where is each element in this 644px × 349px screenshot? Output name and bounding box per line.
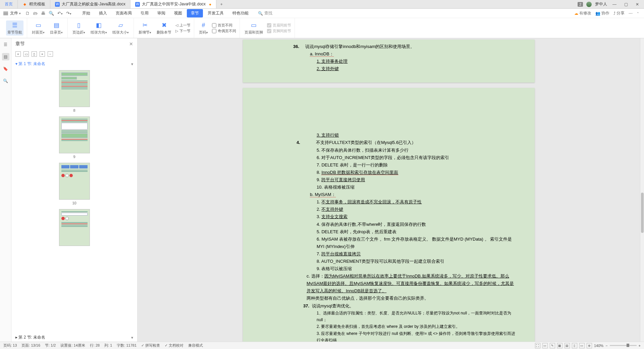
minimize-button[interactable]: — — [610, 1, 619, 7]
status-chars[interactable]: 字数: 11781 — [117, 343, 137, 348]
qat-undo[interactable]: ↶▾ — [57, 11, 63, 16]
ribbon-size[interactable]: ▱纸张大小▾ — [111, 20, 130, 36]
ribbon-tab-insert[interactable]: 插入 — [95, 9, 111, 17]
ribbon-nav[interactable]: ☰章节导航 — [6, 20, 23, 36]
view-b[interactable]: ▭ — [579, 343, 585, 348]
view-fullscreen[interactable]: ⛶ — [535, 343, 540, 348]
ribbon-orient[interactable]: ◧纸张方向▾ — [89, 20, 108, 36]
tool-b[interactable]: ▯ — [32, 51, 37, 57]
zoom-in[interactable]: + — [639, 344, 641, 348]
scroll-thumb[interactable] — [641, 193, 644, 233]
ribbon-tab-review[interactable]: 审阅 — [153, 9, 169, 17]
panel-title: 章节 — [15, 41, 25, 47]
rail-chapters[interactable]: ▤ — [2, 53, 9, 60]
qat-preview[interactable]: 🔍 — [49, 11, 54, 16]
ribbon-firstdiff[interactable]: 首页不同 — [212, 23, 236, 28]
view-print[interactable]: ✎ — [550, 343, 555, 348]
ribbon-margin[interactable]: ▯页边距▾ — [71, 20, 87, 36]
search-button[interactable]: 🔍 查找 — [258, 10, 272, 16]
qat-print[interactable]: 🖶 — [41, 11, 45, 16]
view-c[interactable]: ⊕ — [587, 343, 592, 348]
page-13: 3. 支持行锁 4. 不支持FULLTEXT类型的索引（在Mysql5.6已引入… — [243, 88, 535, 342]
zoom-out[interactable]: − — [605, 344, 607, 348]
ribbon-cover[interactable]: ▭封面页▾ — [31, 20, 46, 36]
share-button[interactable]: ⤴分享 — [613, 10, 625, 16]
status-spell[interactable]: ✓ 拼写检查 — [141, 343, 160, 348]
section-menu[interactable]: ▾ — [131, 62, 133, 66]
document-area[interactable]: 36. 说说mysql存储引擎innodb和myisam的区别和使用场景。 a.… — [138, 38, 640, 342]
cover-icon: ▭ — [34, 21, 42, 29]
close-button[interactable]: ✕ — [633, 1, 641, 7]
ribbon-header-sameprev: 页眉同前节 — [267, 23, 291, 28]
changes-button[interactable]: ☁有修改 — [574, 10, 591, 16]
tool-d[interactable]: − — [48, 51, 53, 57]
section-menu[interactable]: ▾ — [131, 335, 133, 340]
ribbon-newsec[interactable]: ✂新增节▾ — [137, 20, 153, 36]
rail-zoom[interactable]: 🔍 — [2, 77, 9, 85]
tab-doc2[interactable]: W 大厂真题之中国平安-Java中级.docx ● — [130, 0, 216, 8]
panel-close[interactable]: ✕ — [129, 41, 133, 47]
nav-icon: ☰ — [11, 21, 19, 29]
status-pageno[interactable]: 页码: 13 — [3, 343, 17, 348]
scrollbar[interactable] — [640, 38, 644, 342]
notif-badge[interactable]: 2 — [578, 2, 583, 7]
ribbon-tab-layout[interactable]: 页面布局 — [112, 9, 136, 17]
zoom-value[interactable]: 140% — [594, 344, 603, 348]
hamburger-icon[interactable] — [3, 12, 8, 15]
zoom-handle[interactable] — [627, 344, 629, 347]
file-menu[interactable]: 文件 ▾ — [10, 10, 21, 16]
view-outline[interactable]: ▤ — [565, 343, 570, 348]
tool-newsec[interactable]: + — [15, 51, 21, 57]
thumb-8[interactable]: 8 — [11, 70, 137, 112]
status-page[interactable]: 页面: 13/16 — [21, 343, 40, 348]
tab-doc1[interactable]: W 大厂真题之蚂蚁金服-Java高级.docx — [50, 0, 130, 8]
thumb-10[interactable]: 10 — [11, 163, 137, 205]
ribbon-delsec[interactable]: ✖删除本节 — [155, 20, 173, 36]
qat-redo[interactable]: ↷▾ — [66, 11, 71, 16]
ribbon-toc[interactable]: ▤目录页▾ — [49, 20, 64, 36]
view-web[interactable]: ▦ — [557, 343, 562, 348]
ribbon-tab-special[interactable]: 特色功能 — [228, 9, 253, 17]
ribbon-tab-section[interactable]: 章节 — [187, 9, 203, 17]
status-sec: 节: 1/2 — [45, 343, 56, 348]
word-icon: W — [135, 2, 140, 7]
zoom-slider[interactable] — [610, 345, 637, 346]
ribbon-tab-view[interactable]: 视图 — [170, 9, 186, 17]
collapse-ribbon-icon[interactable]: ⌃ — [637, 12, 639, 15]
maximize-button[interactable]: ▢ — [622, 1, 630, 7]
ribbon-hf[interactable]: ▭页眉和页脚 — [243, 20, 264, 36]
thumb-11[interactable] — [11, 209, 137, 246]
qat-save[interactable]: 🗋 — [25, 11, 30, 16]
rail-outline[interactable]: ☰ — [2, 41, 9, 48]
ribbon-prevsec[interactable]: ◁上一节 — [175, 23, 191, 28]
view-read[interactable]: ▭ — [542, 343, 548, 348]
expand-icon: ▸ — [15, 335, 18, 340]
ribbon-nextsec[interactable]: ▷下一节 — [175, 29, 191, 34]
username[interactable]: 梦中人 — [595, 1, 607, 7]
avatar[interactable] — [586, 2, 592, 7]
page-12-bottom: 36. 说说mysql存储引擎innodb和myisam的区别和使用场景。 a.… — [243, 40, 535, 83]
coop-button[interactable]: 👥协作 — [595, 10, 609, 16]
view-a[interactable]: ▯ — [572, 343, 577, 348]
ribbon-oddeven[interactable]: 奇偶页不同 — [212, 29, 236, 34]
ribbon-tab-start[interactable]: 开始 — [78, 9, 94, 17]
more-icon[interactable]: ⋯ — [629, 11, 633, 16]
thumb-9[interactable]: 9 — [11, 116, 137, 159]
orient-icon: ◧ — [95, 21, 103, 29]
tool-c[interactable]: + — [40, 51, 45, 57]
tool-a[interactable]: ▭ — [23, 51, 29, 57]
ribbon-tab-dev[interactable]: 开发工具 — [204, 9, 228, 17]
rail-bookmark[interactable]: 🔖 — [2, 65, 9, 72]
status-doccheck[interactable]: ✓ 文档校对 — [165, 343, 183, 348]
tab-label: 大厂真题之蚂蚁金服-Java高级.docx — [62, 1, 125, 7]
ribbon-tab-ref[interactable]: 引用 — [137, 9, 153, 17]
section-2[interactable]: ▸ 第 2 节: 未命名 ▾ — [11, 333, 137, 342]
section-1[interactable]: ▾ 第 1 节: 未命名 ▾ — [11, 60, 137, 68]
tab-template[interactable]: ◆ 稻壳模板 — [18, 0, 50, 8]
qat-open[interactable]: 🗁 — [33, 11, 38, 16]
tab-home[interactable]: 首页 — [0, 0, 18, 8]
newsec-icon: ✂ — [141, 21, 149, 29]
delsec-icon: ✖ — [160, 21, 168, 29]
ribbon-pagenum[interactable]: #页码▾ — [198, 20, 209, 36]
tab-add[interactable]: + — [216, 0, 226, 8]
